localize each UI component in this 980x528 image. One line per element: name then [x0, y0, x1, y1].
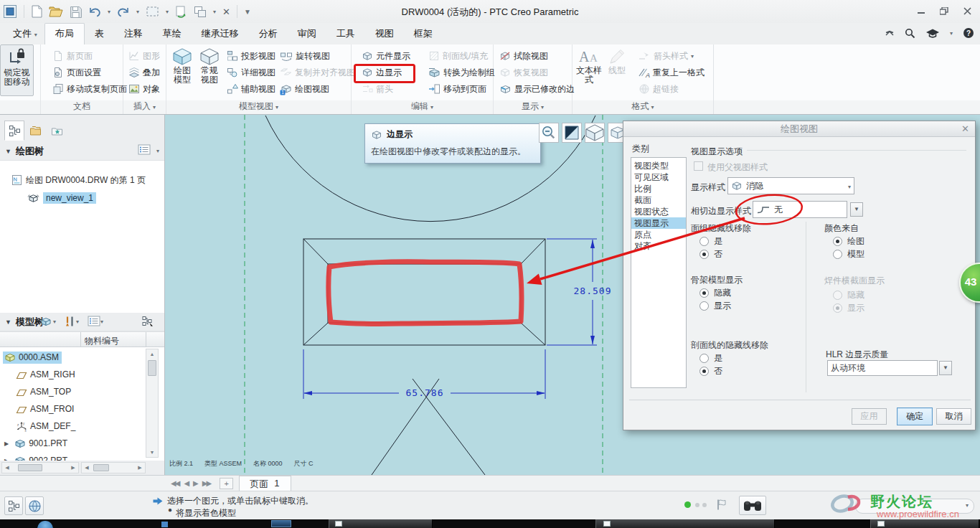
shade-toggle-button[interactable]: [562, 123, 582, 143]
category-view-type[interactable]: 视图类型: [631, 160, 686, 171]
app-window-icon[interactable]: [3, 4, 17, 19]
category-visible-area[interactable]: 可见区域: [631, 171, 686, 183]
overlay-button[interactable]: 叠加: [128, 65, 160, 80]
tree-item-csys[interactable]: yzxASM_DEF_: [16, 419, 75, 433]
tab-view[interactable]: 视图: [365, 24, 404, 44]
close-window-icon[interactable]: ✕: [222, 6, 230, 17]
save-icon[interactable]: [70, 6, 82, 18]
model-filter-dropdown-icon[interactable]: ▾: [53, 319, 56, 325]
sidebar-tab-favorites[interactable]: [47, 121, 67, 141]
category-view-display[interactable]: 视图显示: [631, 217, 686, 229]
new-page-button[interactable]: 新页面: [52, 49, 93, 63]
quilt-yes-radio[interactable]: 是: [699, 235, 722, 248]
tree-item-assembly[interactable]: 0000.ASM: [3, 350, 62, 364]
browser-toggle-button[interactable]: [25, 496, 44, 515]
erase-view-button[interactable]: 拭除视图: [499, 49, 548, 63]
category-alignment[interactable]: 对齐: [631, 240, 686, 252]
tree-settings-dropdown-icon[interactable]: ▾: [156, 148, 159, 154]
tree-select-icon[interactable]: [142, 316, 154, 327]
learning-icon[interactable]: [925, 28, 940, 39]
hatch-yes-radio[interactable]: 是: [699, 352, 722, 364]
open-folder-icon[interactable]: [49, 6, 63, 18]
search-icon[interactable]: [905, 28, 915, 39]
category-list[interactable]: 视图类型 可见区域 比例 截面 视图状态 视图显示 原点 对齐: [631, 157, 687, 388]
select-box-icon[interactable]: [146, 6, 159, 17]
line-style-button[interactable]: 线型: [606, 47, 628, 75]
model-tree-column-header[interactable]: 物料编号: [0, 331, 164, 347]
collapse-icon[interactable]: ▼: [5, 148, 11, 155]
learning-dropdown-icon[interactable]: ▾: [950, 30, 953, 37]
tree-item-part[interactable]: ▶9002.PRT: [4, 453, 67, 461]
status-green-dot[interactable]: [684, 501, 691, 508]
minimize-button[interactable]: [915, 6, 927, 16]
tree-tools-icon[interactable]: [65, 316, 75, 327]
arrows-button[interactable]: 箭头: [362, 82, 393, 96]
category-origin[interactable]: 原点: [631, 229, 686, 240]
parent-style-checkbox[interactable]: [694, 161, 703, 171]
tab-table[interactable]: 表: [85, 24, 114, 44]
redo-dropdown-icon[interactable]: ▾: [136, 9, 139, 15]
skeleton-hide-radio[interactable]: 隐藏: [699, 287, 731, 299]
drawing-tree-view-item[interactable]: new_view_1: [27, 192, 96, 204]
skeleton-show-radio[interactable]: 显示: [699, 300, 731, 312]
edge-display-button[interactable]: 边显示: [362, 65, 402, 80]
tab-review[interactable]: 审阅: [288, 24, 326, 44]
zoom-out-button[interactable]: [539, 123, 559, 143]
sidebar-tab-folder-browser[interactable]: [26, 121, 46, 141]
hlr-quality-combo[interactable]: 从动环境: [827, 360, 938, 376]
hyperlink-button[interactable]: 超链接: [639, 82, 679, 96]
tab-sketch[interactable]: 草绘: [153, 24, 192, 44]
model-tree-header[interactable]: ▼ 模型树 ▾ ▾ ▾: [0, 313, 164, 331]
tab-annotate[interactable]: 注释: [114, 24, 153, 44]
tree-item-plane[interactable]: ASM_RIGH: [16, 367, 75, 382]
select-dropdown-icon[interactable]: ▾: [166, 9, 169, 15]
repeat-format-button[interactable]: A重复上一格式: [639, 65, 705, 80]
tab-tools[interactable]: 工具: [326, 24, 365, 44]
minimize-ribbon-icon[interactable]: [885, 29, 895, 37]
arrow-style-button[interactable]: 箭头样式▾: [639, 49, 694, 63]
color-drawing-radio[interactable]: 绘图: [833, 235, 864, 248]
tree-item-part[interactable]: ▶9001.PRT: [4, 436, 67, 451]
model-filter-icon[interactable]: [40, 316, 52, 327]
detailed-view-button[interactable]: 详细视图: [227, 65, 275, 80]
tree-display-icon[interactable]: [88, 316, 100, 326]
taskbar-button[interactable]: [870, 519, 979, 528]
projection-view-button[interactable]: 投影视图: [227, 49, 275, 63]
tree-settings-icon[interactable]: [138, 144, 151, 155]
auxiliary-view-button[interactable]: 辅助视图: [227, 82, 275, 96]
help-icon[interactable]: ?: [963, 27, 974, 39]
page-setup-button[interactable]: 页面设置: [52, 65, 101, 80]
weldment-show-radio[interactable]: 显示: [833, 302, 864, 314]
redo-icon[interactable]: [117, 6, 130, 17]
dialog-close-icon[interactable]: ✕: [961, 123, 969, 134]
text-style-button[interactable]: AA文本样式: [576, 47, 602, 85]
ok-button[interactable]: 确定: [897, 407, 933, 425]
dimension-height[interactable]: 28.509: [547, 239, 611, 345]
search-model-button[interactable]: [739, 496, 766, 515]
drawing-model-button[interactable]: 绘图模型: [171, 47, 194, 85]
dialog-title-bar[interactable]: 绘图视图: [623, 121, 975, 137]
hlr-combo-arrow[interactable]: ▼: [939, 361, 952, 375]
weldment-hide-radio[interactable]: 隐藏: [833, 289, 864, 301]
model-tree-vertical-scrollbar[interactable]: ▲ ▼: [146, 349, 159, 458]
tree-display-dropdown-icon[interactable]: ▾: [100, 319, 103, 325]
tab-file[interactable]: 文件 ▾: [4, 24, 44, 44]
flag-icon[interactable]: [716, 499, 727, 511]
expand-icon[interactable]: ▶: [4, 440, 9, 447]
show-modified-edges-button[interactable]: 显示已修改的边: [499, 82, 575, 96]
tree-toggle-button[interactable]: [4, 496, 23, 515]
windows-taskbar[interactable]: [0, 519, 980, 528]
start-orb[interactable]: [37, 521, 53, 528]
hatch-fill-button[interactable]: 剖面线/填充: [428, 49, 488, 63]
component-display-button[interactable]: 元件显示: [362, 49, 410, 63]
tree-tools-dropdown-icon[interactable]: ▾: [76, 319, 79, 325]
tangent-style-combo[interactable]: 无: [753, 201, 847, 218]
apply-button[interactable]: 应用: [852, 408, 887, 425]
model-tree-column-scrollbar[interactable]: ◀▶: [81, 462, 146, 473]
cancel-button[interactable]: 取消: [936, 408, 971, 425]
restore-button[interactable]: [938, 6, 950, 16]
tree-item-plane[interactable]: ASM_TOP: [16, 385, 71, 399]
category-section[interactable]: 截面: [631, 194, 686, 206]
taskbar-button[interactable]: [329, 519, 433, 528]
drawing-tree-header[interactable]: ▼ 绘图树 ▾: [0, 142, 164, 161]
